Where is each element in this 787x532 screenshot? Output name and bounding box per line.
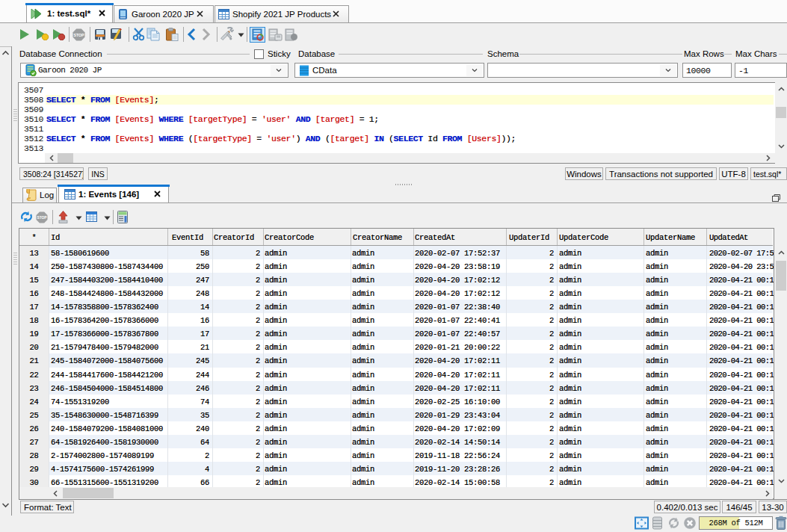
svg-text:STOP: STOP (37, 216, 47, 220)
svg-text:STOP: STOP (73, 33, 84, 37)
